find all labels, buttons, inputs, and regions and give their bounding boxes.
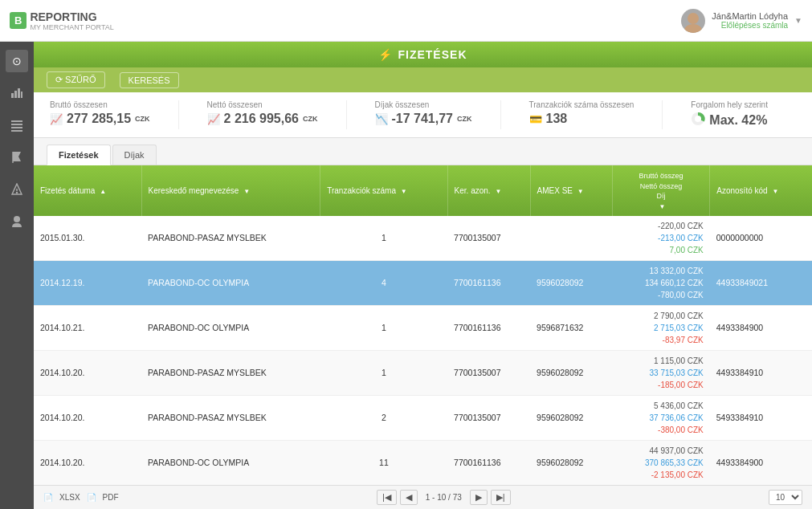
- col-ker-azon[interactable]: Ker. azon. ▼: [447, 165, 530, 216]
- netto-value: 📈 2 216 995,66CZK: [207, 112, 318, 126]
- cell-amex-se: 9596028092: [530, 350, 612, 395]
- cell-datum: 2014.10.20.: [34, 440, 141, 485]
- cell-azonosito: 4493384900: [710, 440, 812, 485]
- logo-icon: B: [10, 12, 27, 29]
- svg-rect-7: [11, 124, 22, 125]
- sidebar-item-user[interactable]: [6, 210, 28, 233]
- trend-icon-dijak: 📉: [375, 113, 388, 125]
- xlsx-label[interactable]: XLSX: [59, 493, 80, 502]
- svg-point-1: [684, 24, 702, 33]
- stat-netto: Nettó összesen 📈 2 216 995,66CZK: [207, 100, 318, 126]
- chevron-down-icon: ▼: [794, 16, 802, 25]
- table-row[interactable]: 2014.12.19. PARABOND-OC OLYMPIA 4 770016…: [34, 260, 812, 305]
- page-size-select[interactable]: 10 25 50: [769, 490, 802, 505]
- logo: B REPORTING MY MERCHANT PORTAL: [10, 10, 114, 31]
- filter-bar: ⟳ SZŰRŐ KERESÉS: [34, 67, 812, 92]
- logo-text: REPORTING: [30, 10, 96, 23]
- cell-tranzakciok: 1: [320, 216, 447, 261]
- cell-ker-azon: 7700161136: [447, 260, 530, 305]
- cell-amounts: -220,00 CZK -213,00 CZK 7,00 CZK: [612, 216, 710, 261]
- page-next-button[interactable]: ▶: [470, 490, 488, 505]
- user-name: Ján&Martin Lódyha: [712, 11, 788, 21]
- page-prev-button[interactable]: ◀: [400, 490, 418, 505]
- col-datum[interactable]: Fizetés dátuma ▲: [34, 165, 141, 216]
- sidebar-item-list[interactable]: [6, 114, 28, 136]
- svg-point-13: [14, 216, 20, 222]
- cell-kereskedő: PARABOND-PASAZ MYSLBEK: [141, 350, 320, 395]
- stat-dijak: Díjak összesen 📉 -17 741,77CZK: [375, 100, 472, 126]
- forgalom-label: Forgalom hely szerint: [691, 100, 768, 109]
- page-first-button[interactable]: |◀: [377, 490, 397, 505]
- cell-ker-azon: 7700135007: [447, 395, 530, 440]
- tranzakciok-label: Tranzakciók száma összesen: [529, 100, 635, 109]
- pagination: |◀ ◀ 1 - 10 / 73 ▶ ▶|: [377, 490, 511, 505]
- svg-rect-4: [18, 88, 20, 98]
- sidebar-item-home[interactable]: ⊙: [6, 50, 28, 72]
- svg-point-0: [688, 13, 699, 24]
- dijak-value: 📉 -17 741,77CZK: [375, 112, 472, 126]
- cell-azonosito: 0000000000: [710, 216, 812, 261]
- sort-icon-kereskedő: ▼: [243, 188, 250, 195]
- table-row[interactable]: 2014.10.20. PARABOND-PASAZ MYSLBEK 2 770…: [34, 395, 812, 440]
- cell-amounts: 1 115,00 CZK 33 715,03 CZK -185,00 CZK: [612, 350, 710, 395]
- cell-kereskedő: PARABOND-PASAZ MYSLBEK: [141, 216, 320, 261]
- svg-rect-6: [11, 120, 22, 122]
- pdf-label[interactable]: PDF: [103, 493, 119, 502]
- cell-azonosito: 4493384900: [710, 305, 812, 350]
- sidebar: ⊙: [0, 42, 34, 509]
- table-row[interactable]: 2015.01.30. PARABOND-PASAZ MYSLBEK 1 770…: [34, 216, 812, 261]
- cell-amex-se: 9596028092: [530, 440, 612, 485]
- svg-rect-8: [11, 127, 22, 128]
- search-button[interactable]: KERESÉS: [120, 72, 179, 88]
- svg-rect-5: [21, 92, 22, 98]
- cell-ker-azon: 7700161136: [447, 305, 530, 350]
- tab-dijak[interactable]: Díjak: [112, 145, 157, 165]
- main-content: ⚡ FIZETÉSEK ⟳ SZŰRŐ KERESÉS Bruttó össze…: [34, 42, 812, 509]
- cell-amounts: 5 436,00 CZK 37 736,06 CZK -380,00 CZK: [612, 395, 710, 440]
- cell-datum: 2015.01.30.: [34, 216, 141, 261]
- tabs: Fizetések Díjak: [34, 138, 812, 165]
- stat-tranzakciok: Tranzakciók száma összesen 💳 138: [529, 100, 635, 126]
- table-row[interactable]: 2014.10.21. PARABOND-OC OLYMPIA 1 770016…: [34, 305, 812, 350]
- cell-ker-azon: 7700135007: [447, 350, 530, 395]
- cell-amex-se: [530, 216, 612, 261]
- table-row[interactable]: 2014.10.20. PARABOND-PASAZ MYSLBEK 1 770…: [34, 350, 812, 395]
- cell-amex-se: 9596028092: [530, 395, 612, 440]
- cell-kereskedő: PARABOND-PASAZ MYSLBEK: [141, 395, 320, 440]
- col-azonosito[interactable]: Azonosító kód ▼: [710, 165, 812, 216]
- tab-fizetek[interactable]: Fizetések: [47, 145, 111, 165]
- col-tranzakciok[interactable]: Tranzakciók száma ▼: [320, 165, 447, 216]
- filter-button[interactable]: ⟳ SZŰRŐ: [47, 71, 105, 88]
- user-link[interactable]: Előlépéses számla: [712, 21, 788, 30]
- cell-azonosito: 5493384910: [710, 395, 812, 440]
- page-size-selector[interactable]: 10 25 50: [769, 490, 802, 505]
- cell-ker-azon: 7700135007: [447, 216, 530, 261]
- col-brutto-netto[interactable]: Bruttó összeg Nettó összeg Díj ▼: [612, 165, 710, 216]
- tranzakciok-value: 💳 138: [529, 112, 635, 126]
- svg-rect-2: [11, 93, 14, 98]
- top-bar: B REPORTING MY MERCHANT PORTAL Ján&Marti…: [0, 0, 812, 42]
- svg-rect-9: [11, 130, 22, 132]
- page-last-button[interactable]: ▶|: [491, 490, 511, 505]
- sidebar-item-flag[interactable]: [6, 146, 28, 169]
- divider-3: [500, 100, 501, 129]
- col-kereskedő[interactable]: Kereskedő megnevezése ▼: [141, 165, 320, 216]
- cell-datum: 2014.10.20.: [34, 395, 141, 440]
- sidebar-item-alert[interactable]: [6, 178, 28, 201]
- cell-amounts: 2 790,00 CZK 2 715,03 CZK -83,97 CZK: [612, 305, 710, 350]
- cell-amounts: 44 937,00 CZK 370 865,33 CZK -2 135,00 C…: [612, 440, 710, 485]
- sort-icon-azonosito: ▼: [772, 188, 778, 195]
- sidebar-item-chart[interactable]: [6, 82, 28, 104]
- page-header: ⚡ FIZETÉSEK: [34, 42, 812, 67]
- svg-point-15: [695, 116, 701, 122]
- logo-sub: MY MERCHANT PORTAL: [30, 23, 113, 31]
- cell-tranzakciok: 1: [320, 350, 447, 395]
- sort-icon-amex-se: ▼: [577, 188, 584, 195]
- page-info: 1 - 10 / 73: [426, 493, 462, 502]
- col-amex-se[interactable]: AMEX SE ▼: [530, 165, 612, 216]
- brutto-value: 📈 277 285,15CZK: [50, 112, 150, 126]
- card-icon: 💳: [529, 113, 542, 125]
- cell-tranzakciok: 2: [320, 395, 447, 440]
- table-row[interactable]: 2014.10.20. PARABOND-OC OLYMPIA 11 77001…: [34, 440, 812, 485]
- divider-2: [346, 100, 347, 129]
